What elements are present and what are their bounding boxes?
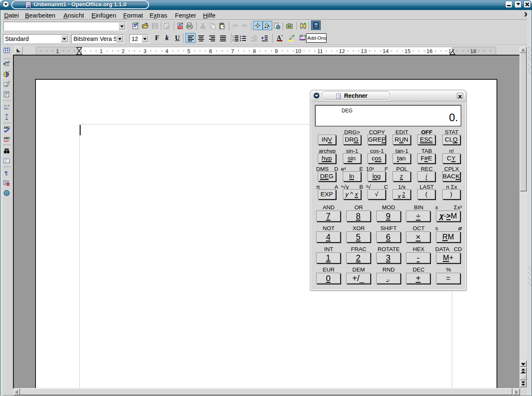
svg-text:ABC: ABC bbox=[4, 137, 10, 140]
svg-text:A: A bbox=[277, 35, 281, 41]
svg-text:ABC: ABC bbox=[4, 107, 9, 110]
svg-text:A: A bbox=[4, 104, 6, 107]
svg-text:¶: ¶ bbox=[5, 170, 8, 176]
svg-text:D: D bbox=[7, 104, 9, 107]
svg-text:1: 1 bbox=[232, 35, 234, 38]
svg-text:2: 2 bbox=[232, 38, 234, 41]
